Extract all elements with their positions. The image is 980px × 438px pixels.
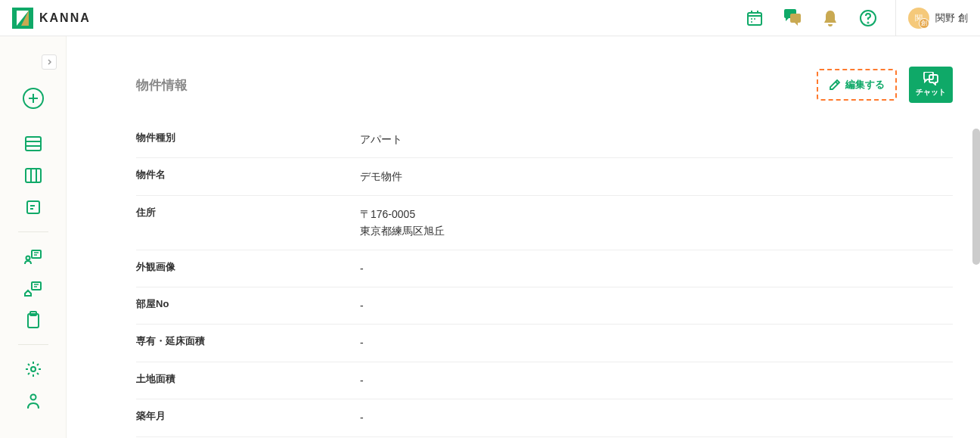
svg-point-31 [31, 367, 36, 371]
svg-rect-26 [32, 282, 41, 290]
detail-list: 物件種別アパート物件名デモ物件住所〒176-0005 東京都練馬区旭丘外観画像-… [136, 121, 953, 438]
detail-row: 外観画像- [136, 250, 953, 287]
sidebar-property-icon[interactable] [20, 275, 47, 302]
sidebar-divider [18, 231, 48, 232]
page-header-actions: 編集する チャット [817, 67, 953, 103]
detail-label: 物件名 [136, 168, 360, 185]
chat-label: チャット [916, 87, 946, 98]
detail-value: - [360, 334, 364, 351]
user-name: 関野 創 [935, 11, 968, 25]
detail-row: 築年月- [136, 399, 953, 436]
detail-value: - [360, 297, 364, 314]
detail-label: 築年月 [136, 409, 360, 426]
sidebar-list-icon[interactable] [20, 130, 47, 157]
detail-value: デモ物件 [360, 168, 402, 185]
logo-text: KANNA [39, 11, 91, 25]
bell-icon[interactable] [820, 8, 841, 29]
detail-label: 住所 [136, 206, 360, 240]
detail-value: - [360, 260, 364, 277]
detail-label: 土地面積 [136, 372, 360, 389]
svg-rect-19 [27, 201, 39, 213]
detail-value: 〒176-0005 東京都練馬区旭丘 [360, 206, 445, 240]
chat-button[interactable]: チャット [909, 67, 953, 103]
detail-row: 土地面積- [136, 362, 953, 399]
sidebar-people-icon[interactable] [20, 243, 47, 270]
pencil-icon [829, 79, 841, 91]
detail-label: 専有・延床面積 [136, 334, 360, 351]
chat-bubble-icon[interactable] [782, 8, 803, 29]
help-icon[interactable] [858, 8, 879, 29]
user-menu[interactable]: 関 創 関野 創 [895, 0, 968, 36]
sidebar-profile-icon[interactable] [20, 387, 47, 415]
sidebar-settings-icon[interactable] [20, 356, 47, 383]
detail-value: - [360, 409, 364, 426]
svg-point-25 [26, 256, 29, 260]
app-header: KANNA [0, 0, 980, 36]
svg-point-9 [868, 22, 869, 23]
chat-icon [923, 72, 939, 85]
svg-rect-22 [32, 250, 41, 258]
sidebar-divider [18, 344, 48, 345]
avatar-sub-initial: 創 [919, 18, 929, 29]
detail-row: 専有・延床面積- [136, 325, 953, 362]
edit-button[interactable]: 編集する [817, 69, 897, 101]
svg-rect-16 [26, 169, 41, 182]
header-actions: 関 創 関野 創 [744, 0, 968, 36]
logo[interactable]: KANNA [12, 8, 91, 29]
calendar-icon[interactable] [744, 8, 765, 29]
add-button[interactable] [20, 85, 47, 112]
scrollbar[interactable] [972, 129, 980, 265]
logo-mark-icon [12, 8, 33, 29]
sidebar-board-icon[interactable] [20, 162, 47, 189]
detail-row: 物件種別アパート [136, 121, 953, 158]
detail-label: 外観画像 [136, 260, 360, 277]
detail-value: アパート [360, 131, 402, 148]
svg-point-32 [30, 395, 36, 400]
page-title: 物件情報 [136, 76, 188, 94]
detail-row: 物件名デモ物件 [136, 158, 953, 195]
sidebar [0, 36, 67, 438]
svg-line-33 [836, 82, 838, 84]
detail-value: - [360, 372, 364, 389]
sidebar-report-icon[interactable] [20, 194, 47, 221]
svg-rect-13 [26, 137, 41, 151]
detail-row: 住所〒176-0005 東京都練馬区旭丘 [136, 196, 953, 250]
edit-label: 編集する [845, 78, 885, 92]
detail-label: 物件種別 [136, 131, 360, 148]
detail-row: 部屋No- [136, 287, 953, 325]
avatar: 関 創 [908, 8, 929, 29]
sidebar-clipboard-icon[interactable] [20, 306, 47, 334]
main-content: 物件情報 編集する チャット 物件種別アパート物件名デモ物件住所〒176-000… [67, 36, 980, 438]
detail-label: 部屋No [136, 297, 360, 314]
page-header: 物件情報 編集する チャット [136, 67, 953, 103]
sidebar-toggle[interactable] [42, 54, 57, 70]
